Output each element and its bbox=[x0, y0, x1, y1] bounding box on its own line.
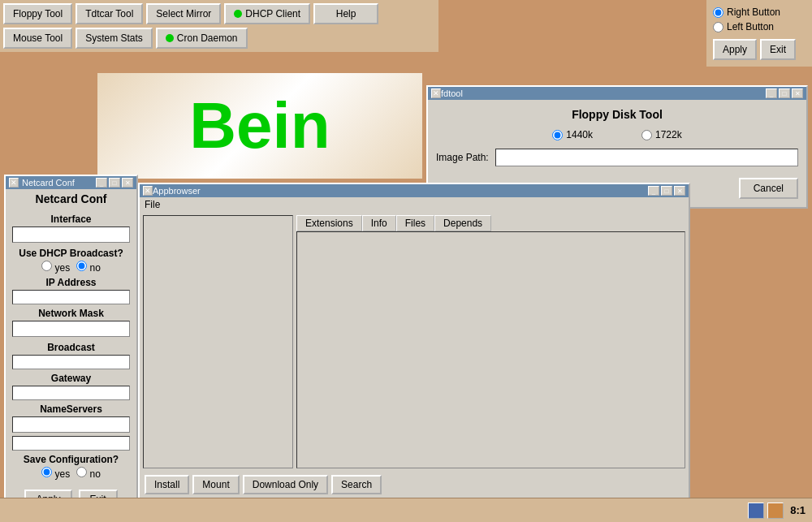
tab-files[interactable]: Files bbox=[396, 215, 434, 231]
bein-area: Bein bbox=[97, 73, 422, 179]
network-mask-label: Network Mask bbox=[12, 308, 130, 319]
appbrowser-footer: Install Mount Download Only Search bbox=[140, 472, 689, 498]
floppy-1722-label: 1722k bbox=[655, 129, 682, 140]
nameserver1-input[interactable]: 192.168.1.1 bbox=[12, 416, 130, 433]
button-radio-group: Right Button Left Button bbox=[713, 6, 806, 32]
floppy-minimize-button[interactable]: _ bbox=[766, 88, 777, 98]
select-mirror-button[interactable]: Select Mirror bbox=[146, 3, 221, 24]
appbrowser-right-panel: Extensions Info Files Depends bbox=[296, 215, 685, 468]
bein-text: Bein bbox=[189, 88, 330, 163]
nameserver2-input-display bbox=[12, 436, 130, 451]
ip-label: IP Address bbox=[12, 277, 130, 288]
dhcp-label: Use DHCP Broadcast? bbox=[12, 248, 130, 259]
floppy-maximize-button[interactable]: □ bbox=[779, 88, 790, 98]
image-path-label: Image Path: bbox=[436, 152, 489, 163]
broadcast-input-display bbox=[12, 355, 130, 369]
appbrowser-tabs: Extensions Info Files Depends bbox=[296, 215, 685, 231]
floppy-close-btn2[interactable]: ✕ bbox=[792, 88, 803, 98]
appbrowser-menu-file[interactable]: File bbox=[145, 199, 160, 210]
dhcp-yes-radio[interactable] bbox=[41, 261, 52, 271]
floppy-close-button[interactable]: ✕ bbox=[431, 88, 441, 98]
right-button-radio-row: Right Button bbox=[713, 6, 806, 18]
appbrowser-maximize-button[interactable]: □ bbox=[661, 186, 672, 196]
floppy-1440-row: 1440k bbox=[552, 129, 593, 140]
floppy-cancel-button[interactable]: Cancel bbox=[739, 178, 798, 199]
netcard-close-button[interactable]: ✕ bbox=[9, 178, 19, 188]
floppy-titlebar: ✕ fdtool _ □ ✕ bbox=[428, 87, 806, 100]
mount-button[interactable]: Mount bbox=[192, 475, 239, 494]
appbrowser-window: ✕ Appbrowser _ □ ✕ File Extensions Info … bbox=[138, 183, 690, 499]
right-button-label: Right Button bbox=[727, 6, 780, 18]
appbrowser-close-btn2[interactable]: ✕ bbox=[674, 186, 685, 196]
cron-daemon-button[interactable]: Cron Daemon bbox=[156, 28, 248, 49]
save-no-label: no bbox=[76, 467, 101, 480]
tab-extensions[interactable]: Extensions bbox=[296, 215, 362, 231]
right-panel: Right Button Left Button Apply Exit bbox=[706, 0, 812, 67]
top-toolbar: Floppy Tool Tdtcar Tool Select Mirror DH… bbox=[0, 0, 438, 52]
install-button[interactable]: Install bbox=[145, 475, 189, 494]
floppy-1722-radio[interactable] bbox=[641, 130, 652, 140]
floppy-1440-radio[interactable] bbox=[552, 130, 563, 140]
system-stats-button[interactable]: System Stats bbox=[76, 28, 153, 49]
dhcp-client-button[interactable]: DHCP Client bbox=[224, 3, 310, 24]
dhcp-no-radio[interactable] bbox=[76, 261, 87, 271]
netcard-window: ✕ Netcard Conf _ □ ✕ Netcard Conf Interf… bbox=[4, 175, 138, 516]
left-button-radio[interactable] bbox=[713, 22, 723, 32]
right-button-radio[interactable] bbox=[713, 7, 723, 18]
appbrowser-close-button[interactable]: ✕ bbox=[143, 186, 153, 196]
mouse-tool-button[interactable]: Mouse Tool bbox=[3, 28, 72, 49]
interface-input[interactable]: eth0 bbox=[12, 226, 130, 243]
appbrowser-minimize-button[interactable]: _ bbox=[648, 186, 659, 196]
left-button-radio-row: Left Button bbox=[713, 21, 806, 32]
netcard-titlebar: ✕ Netcard Conf _ □ ✕ bbox=[6, 176, 136, 189]
appbrowser-titlebar: ✕ Appbrowser _ □ ✕ bbox=[140, 184, 689, 197]
save-yes-label: yes bbox=[41, 467, 70, 480]
tab-depends[interactable]: Depends bbox=[434, 215, 491, 231]
cron-led bbox=[166, 34, 174, 42]
interface-label: Interface bbox=[12, 214, 130, 225]
netcard-minimize-button[interactable]: _ bbox=[96, 178, 107, 188]
floppy-1440-label: 1440k bbox=[566, 129, 593, 140]
appbrowser-content bbox=[296, 231, 685, 468]
network-mask-input[interactable]: 255.255.255.0 bbox=[12, 321, 130, 337]
download-only-button[interactable]: Download Only bbox=[243, 475, 328, 494]
gateway-label: Gateway bbox=[12, 373, 130, 384]
appbrowser-left-panel bbox=[143, 215, 293, 468]
floppy-1722-row: 1722k bbox=[641, 129, 682, 140]
image-path-row: Image Path: bbox=[436, 149, 798, 166]
netcard-body: Interface eth0 Use DHCP Broadcast? yes n… bbox=[6, 207, 136, 485]
save-config-radio-group: yes no bbox=[12, 467, 130, 480]
netcard-maximize-button[interactable]: □ bbox=[109, 178, 120, 188]
help-button[interactable]: Help bbox=[313, 3, 378, 24]
image-path-input[interactable] bbox=[495, 149, 798, 166]
right-panel-exit-button[interactable]: Exit bbox=[760, 39, 796, 60]
dhcp-led bbox=[234, 10, 242, 18]
taskbar-icons bbox=[748, 503, 784, 519]
save-yes-radio[interactable] bbox=[41, 467, 52, 477]
taskbar-icon-1[interactable] bbox=[748, 503, 764, 519]
tdtcar-tool-button[interactable]: Tdtcar Tool bbox=[76, 3, 143, 24]
dhcp-radio-group: yes no bbox=[12, 261, 130, 274]
search-button[interactable]: Search bbox=[331, 475, 382, 494]
dhcp-no-label: no bbox=[76, 261, 101, 274]
floppy-title: Floppy Disk Tool bbox=[436, 108, 798, 121]
floppy-radios: 1440k 1722k bbox=[436, 129, 798, 140]
left-button-label: Left Button bbox=[727, 21, 774, 32]
save-no-radio[interactable] bbox=[76, 467, 87, 477]
netcard-close-btn2[interactable]: ✕ bbox=[122, 178, 133, 188]
taskbar: 8:1 bbox=[0, 498, 812, 522]
nameservers-label: NameServers bbox=[12, 403, 130, 415]
netcard-window-title: Netcard Conf bbox=[22, 178, 75, 188]
floppy-tool-button[interactable]: Floppy Tool bbox=[3, 3, 72, 24]
netcard-window-controls: _ □ ✕ bbox=[96, 178, 133, 188]
floppy-window-title: fdtool bbox=[441, 88, 463, 98]
appbrowser-window-title: Appbrowser bbox=[153, 186, 201, 196]
right-panel-apply-button[interactable]: Apply bbox=[713, 39, 757, 60]
appbrowser-window-controls: _ □ ✕ bbox=[648, 186, 685, 196]
tab-info[interactable]: Info bbox=[362, 215, 396, 231]
gateway-input-display bbox=[12, 386, 130, 400]
appbrowser-top: Extensions Info Files Depends bbox=[140, 212, 689, 472]
save-config-label: Save Configuration? bbox=[12, 454, 130, 465]
taskbar-icon-2[interactable] bbox=[767, 503, 784, 519]
floppy-window-controls: _ □ ✕ bbox=[766, 88, 803, 98]
